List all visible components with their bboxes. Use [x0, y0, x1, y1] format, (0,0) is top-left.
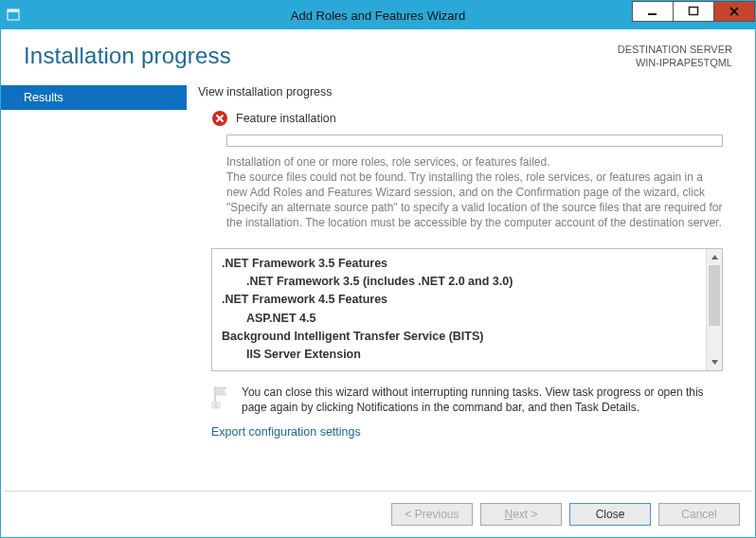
- titlebar[interactable]: Add Roles and Features Wizard: [1, 1, 755, 29]
- progress-bar-container: [226, 134, 723, 147]
- client-area: Installation progress DESTINATION SERVER…: [1, 29, 755, 537]
- feature-item: .NET Framework 3.5 Features: [222, 255, 702, 273]
- close-button[interactable]: Close: [569, 503, 651, 526]
- svg-rect-1: [8, 9, 19, 12]
- error-circle-icon: [211, 110, 228, 127]
- window-controls: [633, 1, 755, 22]
- scroll-up-button[interactable]: [707, 249, 722, 265]
- main-subtitle: View installation progress: [198, 85, 736, 99]
- feature-item: .NET Framework 3.5 (includes .NET 2.0 an…: [222, 273, 702, 291]
- destination-label: DESTINATION SERVER: [618, 43, 732, 56]
- feature-item: .NET Framework 4.5 Features: [222, 291, 702, 309]
- note-text: You can close this wizard without interr…: [242, 385, 723, 417]
- progress-bar: [226, 134, 723, 147]
- features-scrollbar[interactable]: [706, 249, 722, 370]
- status-text: Feature installation: [236, 112, 336, 125]
- svg-rect-3: [690, 8, 698, 15]
- header-row: Installation progress DESTINATION SERVER…: [1, 29, 755, 70]
- note-row: 1 You can close this wizard without inte…: [211, 385, 723, 417]
- cancel-button: Cancel: [658, 503, 740, 526]
- error-detail: The source files could not be found. Try…: [226, 170, 723, 231]
- features-list: .NET Framework 3.5 Features .NET Framewo…: [212, 249, 706, 370]
- scroll-thumb[interactable]: [709, 265, 720, 326]
- maximize-icon: [688, 6, 699, 17]
- scroll-down-button[interactable]: [707, 354, 722, 370]
- sidebar-item-results[interactable]: Results: [1, 85, 187, 110]
- maximize-button[interactable]: [673, 1, 714, 22]
- scroll-track[interactable]: [707, 265, 722, 354]
- feature-item: ASP.NET 4.5: [222, 310, 702, 328]
- destination-value: WIN-IPRAPE5TQML: [618, 56, 732, 69]
- next-button: Next >: [480, 503, 562, 526]
- feature-item: Background Intelligent Transfer Service …: [222, 328, 702, 346]
- destination-info: DESTINATION SERVER WIN-IPRAPE5TQML: [618, 43, 732, 70]
- minimize-button[interactable]: [632, 1, 674, 22]
- app-icon: [1, 1, 27, 29]
- svg-rect-2: [648, 13, 657, 15]
- previous-button: < Previous: [391, 503, 473, 526]
- wizard-steps-sidebar: Results: [1, 85, 187, 477]
- svg-marker-9: [711, 255, 718, 260]
- error-message: Installation of one or more roles, role …: [226, 154, 723, 231]
- features-box: .NET Framework 3.5 Features .NET Framewo…: [211, 248, 723, 371]
- sidebar-item-label: Results: [24, 91, 63, 104]
- svg-marker-10: [711, 360, 718, 365]
- wizard-window: Add Roles and Features Wizard Installati…: [0, 0, 756, 538]
- flag-icon: 1: [211, 385, 232, 417]
- export-config-link[interactable]: Export configuration settings: [211, 425, 736, 439]
- minimize-icon: [647, 6, 658, 17]
- page-title: Installation progress: [24, 43, 231, 69]
- chevron-up-icon: [711, 253, 719, 261]
- status-line: Feature installation: [211, 110, 736, 127]
- feature-item: IIS Server Extension: [222, 346, 702, 364]
- close-window-button[interactable]: [713, 1, 755, 22]
- content-row: Results View installation progress Featu…: [1, 85, 755, 477]
- error-summary: Installation of one or more roles, role …: [226, 154, 723, 170]
- close-icon: [729, 6, 740, 17]
- footer: < Previous Next > Close Cancel: [1, 492, 755, 537]
- chevron-down-icon: [711, 358, 719, 367]
- main-panel: View installation progress Feature insta…: [187, 85, 755, 477]
